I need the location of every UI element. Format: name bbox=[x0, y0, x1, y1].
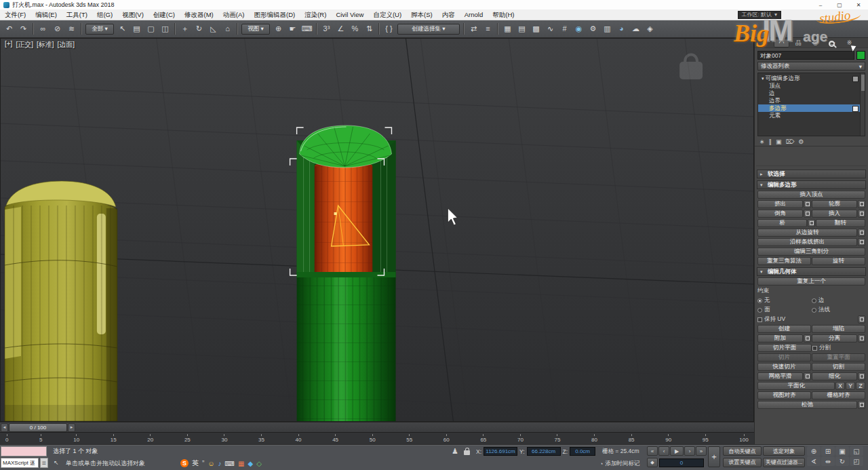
select-and-manipulate-icon[interactable]: ☛ bbox=[285, 22, 300, 35]
bridge-button[interactable]: 桥 bbox=[757, 219, 807, 227]
render-production-icon[interactable]: ◕ bbox=[614, 22, 629, 35]
split-checkbox[interactable]: 分割 bbox=[812, 344, 865, 352]
selection-region-icon[interactable]: ▢ bbox=[144, 22, 158, 35]
play-icon[interactable]: ▶ bbox=[670, 446, 684, 456]
insert-vertex-button[interactable]: 插入顶点 bbox=[757, 191, 865, 199]
use-pivot-center-icon[interactable]: ⊕ bbox=[271, 22, 285, 35]
key-filters-button[interactable]: 关键点过滤器... bbox=[763, 458, 805, 467]
modifier-stack-item[interactable]: 多边形 bbox=[758, 104, 865, 112]
material-editor-icon[interactable]: ◉ bbox=[572, 22, 586, 35]
minimize-button[interactable]: – bbox=[811, 0, 830, 9]
show-end-result-icon[interactable]: ∥ bbox=[769, 138, 772, 145]
reset-plane-button[interactable]: 重置平面 bbox=[812, 353, 865, 361]
repeat-last-button[interactable]: 重复上一个 bbox=[757, 277, 865, 286]
select-by-name-icon[interactable]: ▤ bbox=[130, 22, 144, 35]
constraint-face-radio[interactable]: 面 bbox=[757, 306, 811, 314]
menu-item[interactable]: 脚本(S) bbox=[406, 9, 437, 20]
msmooth-settings-button[interactable] bbox=[804, 372, 811, 380]
scrollbar-thumb[interactable] bbox=[861, 75, 865, 91]
menu-item[interactable]: 编辑(E) bbox=[31, 9, 62, 20]
make-planar-button[interactable]: 平面化 bbox=[757, 382, 835, 390]
attach-button[interactable]: 附加 bbox=[757, 334, 803, 342]
add-time-tag[interactable]: ◔ 添加时间标记 bbox=[599, 460, 639, 468]
inset-button[interactable]: 插入 bbox=[812, 210, 857, 218]
current-frame-field[interactable]: 0 bbox=[659, 458, 704, 467]
set-key-button[interactable]: 设置关键点 bbox=[723, 458, 762, 467]
menu-item[interactable]: 动画(A) bbox=[218, 9, 250, 20]
pin-stack-icon[interactable]: ∗ bbox=[760, 138, 765, 145]
outline-settings-button[interactable] bbox=[858, 200, 865, 208]
rendered-frame-icon[interactable]: ▥ bbox=[600, 22, 614, 35]
viewport[interactable]: [+][正交][标准][边面] bbox=[0, 38, 754, 422]
modify-tab[interactable]: ◠ bbox=[774, 39, 789, 47]
modifier-stack-item[interactable]: 边 bbox=[758, 90, 865, 97]
menu-item[interactable]: 视图(V) bbox=[117, 9, 149, 20]
select-and-rotate-icon[interactable]: ↻ bbox=[192, 22, 206, 35]
menu-item[interactable]: Arnold bbox=[460, 9, 488, 20]
y-coordinate-field[interactable]: 66.228cm bbox=[527, 447, 561, 456]
attach-settings-button[interactable] bbox=[804, 334, 811, 342]
planar-z-button[interactable]: Z bbox=[856, 382, 865, 390]
next-frame-icon[interactable]: › bbox=[684, 446, 695, 456]
reference-coordinate-dropdown[interactable]: 视图 ▾ bbox=[241, 24, 270, 35]
bridge-settings-button[interactable] bbox=[808, 219, 815, 227]
selection-set-dropdown[interactable]: 选定对象 bbox=[763, 446, 805, 456]
zoom-icon[interactable]: ⊕ bbox=[807, 446, 821, 456]
extrude-button[interactable]: 挤出 bbox=[757, 200, 803, 208]
separator[interactable] bbox=[33, 23, 34, 35]
modifier-stack-item[interactable]: 元素 bbox=[758, 112, 865, 119]
render-in-cloud-icon[interactable]: ☁ bbox=[629, 22, 643, 35]
layer-manager-icon[interactable]: ▤ bbox=[515, 22, 529, 35]
undo-icon[interactable]: ↶ bbox=[2, 22, 16, 35]
utilities-tab[interactable]: ※ bbox=[842, 39, 857, 47]
z-coordinate-field[interactable]: 0.0cm bbox=[570, 447, 595, 456]
extrude-along-spline-button[interactable]: 沿样条线挤出 bbox=[757, 238, 857, 246]
separator[interactable] bbox=[237, 23, 238, 35]
shield-icon[interactable]: ◆ bbox=[248, 460, 253, 467]
planar-y-button[interactable]: Y bbox=[846, 382, 855, 390]
curve-editor-icon[interactable]: ∿ bbox=[543, 22, 557, 35]
window-crossing-icon[interactable]: ◫ bbox=[158, 22, 172, 35]
object-color-swatch[interactable] bbox=[856, 51, 865, 60]
separator[interactable] bbox=[378, 23, 380, 35]
model-yellow-lighter[interactable] bbox=[5, 181, 117, 421]
bind-to-space-warp-icon[interactable]: ≋ bbox=[64, 22, 79, 35]
orbit-icon[interactable]: ↻ bbox=[835, 456, 849, 466]
relax-settings-button[interactable] bbox=[858, 401, 865, 409]
angle-snap-icon[interactable]: ∠ bbox=[334, 22, 348, 35]
extrude-settings-button[interactable] bbox=[804, 200, 811, 208]
detach-button[interactable]: 分离 bbox=[812, 334, 857, 342]
hinge-settings-button[interactable] bbox=[858, 229, 865, 237]
model-green-lighter[interactable] bbox=[297, 125, 396, 421]
menu-item[interactable]: 创建(C) bbox=[149, 9, 180, 20]
keyboard-icon[interactable]: ⌨ bbox=[225, 460, 235, 467]
close-button[interactable]: ✕ bbox=[849, 0, 868, 9]
selection-lock-icon[interactable] bbox=[464, 450, 470, 455]
named-sets-dropdown[interactable]: 创建选择集 ▾ bbox=[397, 24, 460, 35]
track-bar[interactable]: 0510152025303540455055606570758085909510… bbox=[0, 432, 754, 444]
select-and-scale-icon[interactable]: ◺ bbox=[206, 22, 220, 35]
isolate-selection-icon[interactable]: ♟ bbox=[452, 447, 458, 456]
mirror-icon[interactable]: ⇄ bbox=[467, 22, 481, 35]
menu-item[interactable]: 内容 bbox=[437, 9, 460, 20]
collapse-button[interactable]: 塌陷 bbox=[812, 325, 865, 333]
grid-align-button[interactable]: 栅格对齐 bbox=[812, 391, 865, 399]
menu-item[interactable]: 修改器(M) bbox=[180, 9, 218, 20]
outline-button[interactable]: 轮廓 bbox=[812, 200, 857, 208]
asset-library-icon[interactable]: ◈ bbox=[643, 22, 657, 35]
selection-filter-dropdown[interactable]: 全部 ▾ bbox=[85, 24, 114, 35]
auto-key-button[interactable]: 自动关键点 bbox=[723, 446, 762, 456]
next-frame-nub[interactable]: ▸ bbox=[68, 423, 75, 432]
ribbon-icon[interactable]: ▩ bbox=[529, 22, 543, 35]
extrude-along-spline-settings-button[interactable] bbox=[858, 238, 865, 246]
tessellate-button[interactable]: 细化 bbox=[812, 372, 857, 380]
select-and-place-icon[interactable]: ⌂ bbox=[220, 22, 235, 35]
make-unique-icon[interactable]: ▣ bbox=[776, 138, 782, 145]
go-to-end-icon[interactable]: » bbox=[696, 446, 707, 456]
slice-plane-button[interactable]: 切片平面 bbox=[757, 344, 812, 352]
snap-toggle-icon[interactable]: 3³ bbox=[319, 22, 334, 35]
edit-triangulation-button[interactable]: 编辑三角剖分 bbox=[757, 248, 865, 256]
create-button[interactable]: 创建 bbox=[757, 325, 811, 333]
preserve-uv-settings-button[interactable] bbox=[858, 315, 865, 324]
menu-item[interactable]: 组(G) bbox=[92, 9, 117, 20]
